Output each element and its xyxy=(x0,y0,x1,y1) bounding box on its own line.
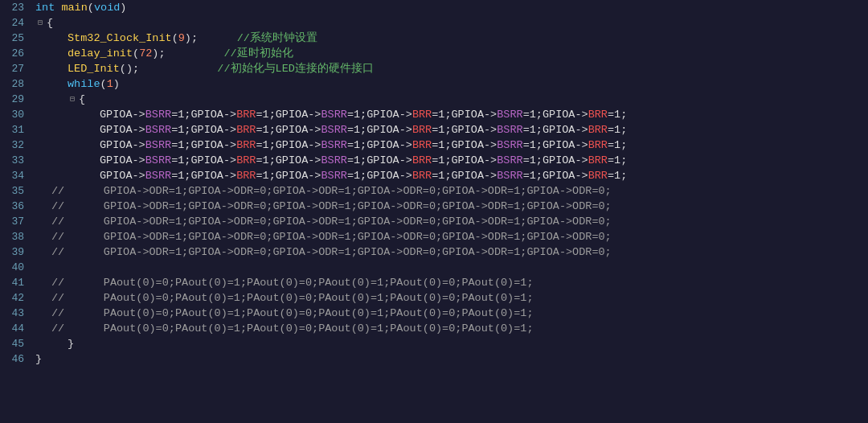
code-line-28: while ( 1 ) xyxy=(35,76,868,92)
ln-25: 25 xyxy=(5,31,24,46)
ln-26: 26 xyxy=(5,46,24,61)
ln-36: 36 xyxy=(5,199,24,214)
ln-44: 44 xyxy=(5,321,24,336)
code-line-24: ⊟ { xyxy=(35,15,868,31)
ln-33: 33 xyxy=(5,153,24,168)
ln-43: 43 xyxy=(5,306,24,321)
code-line-27: LED_Init (); //初始化与LED连接的硬件接口 xyxy=(35,61,868,76)
ln-37: 37 xyxy=(5,214,24,229)
code-line-46: } xyxy=(35,351,868,367)
code-line-45: } xyxy=(35,336,868,351)
code-line-33: GPIOA->BSRR=1;GPIOA->BRR=1;GPIOA->BSRR=1… xyxy=(35,153,868,168)
code-line-42: // PAout(0)=0;PAout(0)=1;PAout(0)=0;PAou… xyxy=(35,290,868,306)
code-line-23: int main ( void ) xyxy=(35,0,868,15)
ln-42: 42 xyxy=(5,290,24,306)
code-line-31: GPIOA->BSRR=1;GPIOA->BRR=1;GPIOA->BSRR=1… xyxy=(35,122,868,138)
ln-23: 23 xyxy=(5,0,24,15)
ln-39: 39 xyxy=(5,244,24,260)
ln-45: 45 xyxy=(5,336,24,351)
ln-32: 32 xyxy=(5,138,24,153)
keyword-int: int xyxy=(35,0,55,15)
code-line-36: // GPIOA->ODR=1;GPIOA->ODR=0;GPIOA->ODR=… xyxy=(35,199,868,214)
code-line-29: ⊟ { xyxy=(35,92,868,107)
code-line-30: GPIOA->BSRR=1;GPIOA->BRR=1;GPIOA->BSRR=1… xyxy=(35,107,868,122)
fold-icon-24[interactable]: ⊟ xyxy=(35,18,45,28)
func-main: main xyxy=(61,0,87,15)
ln-30: 30 xyxy=(5,107,24,122)
ln-29: 29 xyxy=(5,92,24,107)
code-content: int main ( void ) ⊟ { Stm32_Clock_Init (… xyxy=(31,0,868,423)
code-line-32: GPIOA->BSRR=1;GPIOA->BRR=1;GPIOA->BSRR=1… xyxy=(35,138,868,153)
ln-31: 31 xyxy=(5,122,24,138)
code-line-39: // GPIOA->ODR=1;GPIOA->ODR=0;GPIOA->ODR=… xyxy=(35,244,868,260)
code-line-37: // GPIOA->ODR=1;GPIOA->ODR=0;GPIOA->ODR=… xyxy=(35,214,868,229)
code-line-38: // GPIOA->ODR=1;GPIOA->ODR=0;GPIOA->ODR=… xyxy=(35,229,868,244)
code-line-25: Stm32_Clock_Init ( 9 ); //系统时钟设置 xyxy=(35,31,868,46)
ln-38: 38 xyxy=(5,229,24,244)
ln-27: 27 xyxy=(5,61,24,76)
code-line-26: delay_init ( 72 ); //延时初始化 xyxy=(35,46,868,61)
code-line-43: // PAout(0)=0;PAout(0)=1;PAout(0)=0;PAou… xyxy=(35,306,868,321)
ln-28: 28 xyxy=(5,76,24,92)
line-numbers: 23 24 25 26 27 28 29 30 31 32 33 34 35 3… xyxy=(0,0,31,423)
fold-icon-29[interactable]: ⊟ xyxy=(68,95,77,105)
ln-41: 41 xyxy=(5,275,24,290)
code-line-41: // PAout(0)=0;PAout(0)=1;PAout(0)=0;PAou… xyxy=(35,275,868,290)
code-line-44: // PAout(0)=0;PAout(0)=1;PAout(0)=0;PAou… xyxy=(35,321,868,336)
ln-24: 24 xyxy=(5,15,24,31)
ln-40: 40 xyxy=(5,260,24,275)
code-editor: 23 24 25 26 27 28 29 30 31 32 33 34 35 3… xyxy=(0,0,868,423)
ln-46: 46 xyxy=(5,351,24,367)
ln-34: 34 xyxy=(5,168,24,183)
code-line-34: GPIOA->BSRR=1;GPIOA->BRR=1;GPIOA->BSRR=1… xyxy=(35,168,868,183)
code-line-40 xyxy=(35,260,868,275)
code-line-35: // GPIOA->ODR=1;GPIOA->ODR=0;GPIOA->ODR=… xyxy=(35,183,868,199)
ln-35: 35 xyxy=(5,183,24,199)
